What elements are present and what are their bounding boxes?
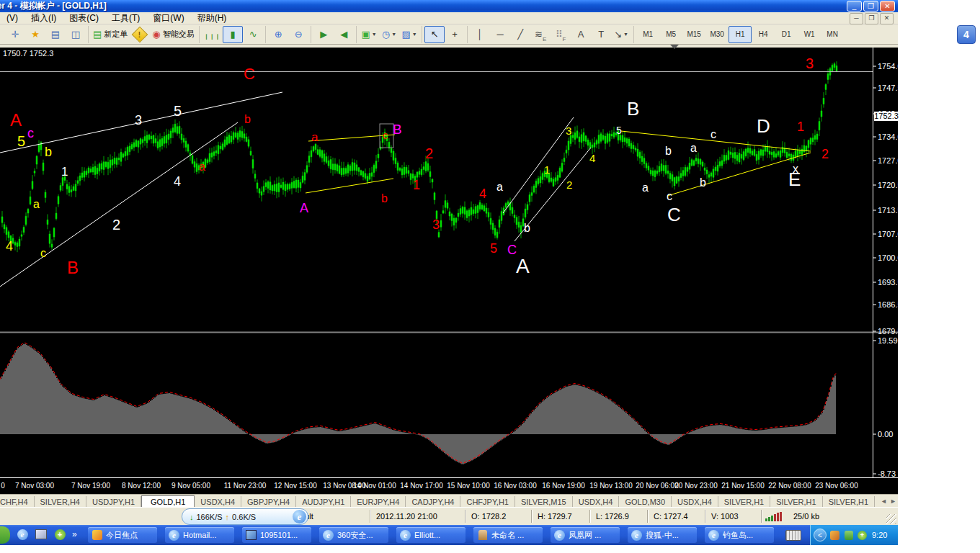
chart-tab-silver-m15[interactable]: SILVER,M15 (515, 496, 573, 508)
chart-tab-audjpy-h1[interactable]: AUDJPY,H1 (296, 496, 351, 508)
zoom-in-icon[interactable]: ⊕ (268, 26, 288, 43)
vertical-line-icon[interactable]: │ (470, 26, 490, 43)
mdi-minimize-button[interactable]: ─ (850, 13, 863, 24)
chart-shift-icon[interactable]: ◀ (334, 26, 354, 43)
taskbar-button-1[interactable]: eHotmail... (165, 527, 234, 543)
candlestick-icon[interactable]: ▮ (223, 26, 243, 43)
taskbar-button-7[interactable]: e搜狐-中... (628, 527, 697, 543)
menu-item-3[interactable]: 工具(T) (105, 12, 146, 24)
net-speed-widget[interactable]: ↓ 166K/S ↑ 0.6K/S e (182, 508, 308, 525)
start-button-fragment[interactable] (0, 526, 10, 544)
chart-tab-silver-h1[interactable]: SILVER,H1 (823, 496, 875, 508)
qq-contacts-tray-icon[interactable] (829, 530, 840, 541)
timeframe-h1[interactable]: H1 (729, 26, 752, 43)
market-watch-icon[interactable]: ▤ (45, 26, 66, 43)
crosshair-icon[interactable]: + (445, 26, 465, 43)
chart-tab-usdx-h4[interactable]: USDX,H4 (672, 496, 718, 508)
timeframe-h4[interactable]: H4 (752, 26, 775, 43)
chart-tab-usdjpy-h1[interactable]: USDJPY,H1 (86, 496, 141, 508)
timeframe-m1[interactable]: M1 (636, 26, 659, 43)
taskbar-button-0[interactable]: 今日焦点 (88, 527, 157, 543)
mdi-close-button[interactable]: ✕ (880, 13, 894, 24)
taskbar-button-5[interactable]: 未命名 ... (473, 527, 543, 543)
data-window-icon[interactable]: ◫ (66, 26, 86, 43)
timeframe-mn[interactable]: MN (821, 26, 844, 43)
taskbar-button-4[interactable]: eElliott... (396, 527, 466, 543)
timeframe-w1[interactable]: W1 (798, 26, 821, 43)
menu-item-5[interactable]: 帮助(H) (191, 12, 233, 24)
wave-label: b (45, 145, 52, 158)
alert-icon[interactable]: ! (130, 26, 150, 43)
chart-tab-silver-h1[interactable]: SILVER,H1 (718, 496, 770, 508)
desktop-badge-4[interactable]: 4 (957, 25, 976, 44)
tray-collapse-chevron[interactable]: < (814, 529, 827, 541)
chart-tab-silver-h1[interactable]: SILVER,H1 (770, 496, 822, 508)
periods-icon[interactable]: ◷▼ (379, 26, 399, 43)
close-button[interactable]: ✕ (880, 1, 895, 12)
arrows-icon[interactable]: ↘▼ (611, 26, 631, 43)
wave-label: 3 (135, 114, 142, 127)
grid-icon[interactable]: ⠿F (551, 26, 571, 43)
tab-scroll-left[interactable]: ◄ (881, 498, 887, 505)
axis-label: 1734.0 (878, 133, 902, 141)
chart-tab-chf-h4[interactable]: CHF,H4 (0, 496, 35, 508)
timeframe-m30[interactable]: M30 (705, 26, 729, 43)
horizontal-line-icon[interactable]: ─ (490, 26, 510, 43)
templates-icon[interactable]: ▨▼ (399, 26, 419, 43)
favorites-icon[interactable]: ★ (25, 26, 45, 43)
auto-scroll-icon[interactable]: ▶ (313, 26, 334, 43)
text-icon[interactable]: A (571, 26, 591, 43)
wave-label: 2 (112, 217, 120, 232)
resize-grip[interactable] (886, 514, 896, 524)
messenger-tray-icon[interactable] (843, 530, 854, 541)
360-tray-icon[interactable]: + (857, 530, 868, 541)
chart-tab-usdx-h4[interactable]: USDX,H4 (573, 496, 620, 508)
show-desktop-icon[interactable] (35, 528, 48, 541)
axis-label: 1747.5 (878, 84, 902, 92)
menu-item-4[interactable]: 窗口(W) (146, 12, 190, 24)
tab-scroll-right[interactable]: ► (890, 498, 896, 505)
taskbar-button-3[interactable]: e360安全... (319, 527, 388, 543)
trendline-icon[interactable]: ╱ (510, 26, 530, 43)
profiles-icon[interactable]: ▣▼ (359, 26, 379, 43)
mdi-restore-button[interactable]: ❐ (865, 13, 878, 24)
chart-tab-cadjpy-h4[interactable]: CADJPY,H4 (406, 496, 460, 508)
new-order-icon[interactable]: ▤新定单 (91, 26, 130, 43)
chart-tab-gold-m30[interactable]: GOLD,M30 (619, 496, 672, 508)
pan-icon[interactable]: ✛ (5, 26, 25, 43)
chart-tab-gold-h1[interactable]: GOLD,H1 (141, 495, 195, 508)
timeframe-m5[interactable]: M5 (659, 26, 682, 43)
chart-tab-eurjpy-h4[interactable]: EURJPY,H4 (351, 496, 406, 508)
fibonacci-icon[interactable]: ≋E (530, 26, 551, 43)
expert-advisor-icon[interactable]: ◉智能交易 (150, 26, 196, 43)
taskbar-button-6[interactable]: e凤凰网 ... (551, 527, 620, 543)
tray-clock[interactable]: 9:20 (872, 531, 887, 539)
ie-quicklaunch-icon[interactable]: e (16, 528, 29, 541)
title-bar: MetaTrader 4 - 模拟帐户 - [GOLD,H1] _ ❐ ✕ (0, 0, 898, 12)
chart-tab-gbpjpy-h4[interactable]: GBPJPY,H4 (241, 496, 296, 508)
wave-label: 4 (479, 187, 486, 200)
keyboard-tray-icon[interactable] (785, 530, 801, 541)
restore-button[interactable]: ❐ (863, 1, 878, 12)
menu-item-2[interactable]: 图表(C) (63, 12, 105, 24)
zoom-out-icon[interactable]: ⊖ (288, 26, 308, 43)
taskbar-button-8[interactable]: e钓鱼岛... (705, 527, 774, 543)
ie-launcher-icon[interactable]: e (293, 510, 306, 523)
chart-tab-chfjpy-h1[interactable]: CHFJPY,H1 (460, 496, 514, 508)
taskbar-button-2[interactable]: 1095101... (242, 527, 311, 543)
time-label: 20 Nov 23:00 (674, 482, 718, 490)
quicklaunch-overflow-chevron[interactable]: » (72, 529, 77, 539)
timeframe-m15[interactable]: M15 (682, 26, 705, 43)
chart-tab-usdx-h4[interactable]: USDX,H4 (195, 496, 241, 508)
line-chart-icon[interactable]: ∿ (243, 26, 263, 43)
minimize-button[interactable]: _ (847, 1, 862, 12)
360-quicklaunch-icon[interactable]: + (53, 528, 66, 541)
axis-label: 1754.0 (878, 63, 902, 71)
bar-chart-icon[interactable]: ╷╷╷ (202, 26, 223, 43)
timeframe-d1[interactable]: D1 (775, 26, 798, 43)
cursor-icon[interactable]: ↖ (424, 26, 445, 43)
chart-tab-silver-h4[interactable]: SILVER,H4 (35, 496, 86, 508)
text-label-icon[interactable]: T (591, 26, 611, 43)
menu-item-0[interactable]: (V) (0, 12, 24, 24)
menu-item-1[interactable]: 插入(I) (24, 12, 63, 24)
